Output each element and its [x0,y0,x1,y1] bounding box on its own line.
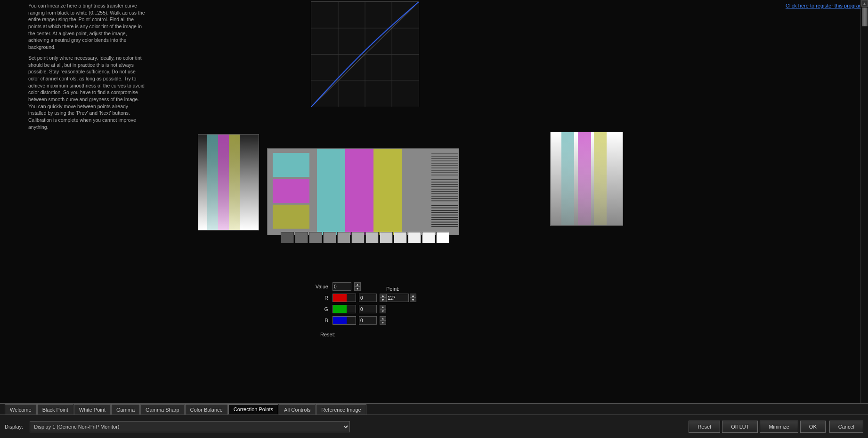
r-down-btn[interactable]: ▼ [380,298,386,302]
status-bar: Display: Display 1 (Generic Non-PnP Moni… [0,414,868,438]
register-link[interactable]: Click here to register this program [786,3,863,8]
swatch-4[interactable] [337,232,350,243]
display-label: Display: [5,424,23,430]
tab-color-balance[interactable]: Color Balance [185,404,228,414]
swatch-0[interactable] [281,232,294,243]
point-input-row: ▲ ▼ [386,294,416,302]
left-test-image [198,134,259,231]
tab-correction-points[interactable]: Correction Points [228,404,278,414]
tab-white-point[interactable]: White Point [74,404,111,414]
tab-all-controls[interactable]: All Controls [279,404,316,414]
swatch-7[interactable] [380,232,393,243]
swatch-6[interactable] [365,232,379,243]
point-down-btn[interactable]: ▼ [410,298,416,302]
b-input[interactable] [359,316,377,325]
cancel-button[interactable]: Cancel [829,421,863,433]
swatch-5[interactable] [351,232,365,243]
tab-gamma[interactable]: Gamma [111,404,140,414]
instructions-para2: Set point only where necessary. Ideally,… [28,55,146,131]
r-input[interactable] [359,294,377,302]
value-up-btn[interactable]: ▲ [354,282,361,287]
tab-black-point[interactable]: Black Point [37,404,73,414]
tab-welcome[interactable]: Welcome [5,404,37,414]
display-select[interactable]: Display 1 (Generic Non-PnP Monitor) [30,421,350,432]
tab-reference-image[interactable]: Reference Image [316,404,366,414]
swatch-1[interactable] [295,232,308,243]
g-spinner[interactable]: ▲ ▼ [380,305,386,313]
reset-label: Reset: [320,332,335,337]
value-spinner[interactable]: ▲ ▼ [354,282,361,291]
swatch-10[interactable] [422,232,435,243]
swatch-2[interactable] [309,232,322,243]
right-scrollbar: ▲ ▼ [860,0,868,414]
point-control: Point: ▲ ▼ [386,286,416,302]
b-swatch [333,316,356,325]
b-row: B: ▲ ▼ [311,316,429,325]
swatches-row [281,232,449,243]
r-up-btn[interactable]: ▲ [380,294,386,298]
scroll-up-arrow[interactable]: ▲ [861,0,868,7]
swatch-11[interactable] [436,232,449,243]
scroll-track[interactable] [861,7,868,408]
b-up-btn[interactable]: ▲ [380,316,386,320]
swatch-8[interactable] [394,232,407,243]
point-input[interactable] [386,294,409,302]
right-test-image [550,132,623,226]
g-input[interactable] [359,305,377,313]
curve-chart[interactable] [311,1,419,107]
g-label: G: [311,306,330,312]
off-lut-button[interactable]: Off LUT [722,421,758,433]
ok-button[interactable]: OK [800,421,826,433]
b-spinner[interactable]: ▲ ▼ [380,316,386,325]
r-label: R: [311,295,330,301]
tab-bar: WelcomeBlack PointWhite PointGammaGamma … [0,403,868,414]
r-swatch [333,294,356,302]
center-test-image [267,148,459,235]
instructions-para1: You can linearize here a brightness tran… [28,2,146,51]
scroll-thumb[interactable] [862,8,868,26]
reset-button[interactable]: Reset [689,421,720,433]
point-spinner[interactable]: ▲ ▼ [410,294,416,302]
b-down-btn[interactable]: ▼ [380,320,386,325]
swatch-3[interactable] [323,232,336,243]
r-spinner[interactable]: ▲ ▼ [380,294,386,302]
instructions-panel: You can linearize here a brightness tran… [26,0,148,133]
value-input[interactable] [333,282,351,291]
point-up-btn[interactable]: ▲ [410,294,416,298]
g-up-btn[interactable]: ▲ [380,305,386,309]
swatch-9[interactable] [408,232,421,243]
b-label: B: [311,318,330,323]
tab-gamma-sharp[interactable]: Gamma Sharp [140,404,185,414]
g-row: G: ▲ ▼ [311,305,429,313]
value-down-btn[interactable]: ▼ [354,287,361,291]
value-label: Value: [311,284,330,289]
minimize-button[interactable]: Minimize [760,421,798,433]
g-down-btn[interactable]: ▼ [380,309,386,313]
g-swatch [333,305,356,313]
point-label: Point: [386,286,416,292]
